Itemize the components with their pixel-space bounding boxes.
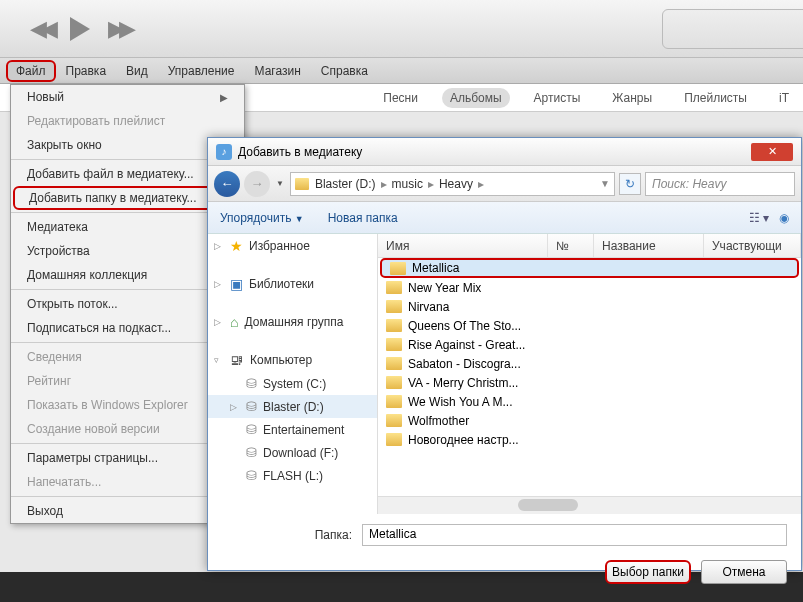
crumb-2[interactable]: music: [392, 177, 423, 191]
tab-songs[interactable]: Песни: [375, 88, 426, 108]
nav-pane: ▷★Избранное ▷▣Библиотеки ▷⌂Домашняя груп…: [208, 234, 378, 514]
nav-homegroup[interactable]: ▷⌂Домашняя группа: [208, 310, 377, 334]
tab-albums[interactable]: Альбомы: [442, 88, 510, 108]
nav-drive-l[interactable]: ⛁FLASH (L:): [208, 464, 377, 487]
folder-name-row: Папка: Metallica: [222, 524, 787, 546]
list-item[interactable]: We Wish You A M...: [378, 392, 801, 411]
tab-playlists[interactable]: Плейлисты: [676, 88, 755, 108]
organize-dropdown[interactable]: Упорядочить ▼: [220, 211, 304, 225]
folder-icon: [386, 376, 402, 389]
forward-button[interactable]: →: [244, 171, 270, 197]
dialog-footer: Папка: Metallica Выбор папки Отмена: [208, 514, 801, 594]
play-icon[interactable]: [70, 17, 90, 41]
playback-controls: ◀◀ ▶▶: [30, 16, 130, 42]
nav-drive-d[interactable]: ▷⛁Blaster (D:): [208, 395, 377, 418]
prev-icon[interactable]: ◀◀: [30, 16, 52, 42]
scroll-thumb[interactable]: [518, 499, 578, 511]
file-dialog: ♪ Добавить в медиатеку ✕ ← → ▼ Blaster (…: [207, 137, 802, 571]
dialog-toolbar: Упорядочить ▼ Новая папка ☷ ▾ ◉: [208, 202, 801, 234]
search-input[interactable]: Поиск: Heavy: [645, 172, 795, 196]
nav-libraries[interactable]: ▷▣Библиотеки: [208, 272, 377, 296]
menu-manage[interactable]: Управление: [158, 60, 245, 82]
col-part[interactable]: Участвующи: [704, 234, 801, 257]
menu-edit[interactable]: Правка: [56, 60, 117, 82]
col-title[interactable]: Название: [594, 234, 704, 257]
drive-icon: ⛁: [246, 422, 257, 437]
tab-itunes[interactable]: iT: [771, 88, 797, 108]
list-item[interactable]: New Year Mix: [378, 278, 801, 297]
drive-icon: ⛁: [246, 445, 257, 460]
menu-help[interactable]: Справка: [311, 60, 378, 82]
tab-artists[interactable]: Артисты: [526, 88, 589, 108]
chevron-down-icon[interactable]: ▼: [600, 178, 610, 189]
view-mode-button[interactable]: ☷ ▾: [749, 211, 769, 225]
list-item[interactable]: Nirvana: [378, 297, 801, 316]
new-folder-button[interactable]: Новая папка: [328, 211, 398, 225]
folder-icon: [386, 300, 402, 313]
horizontal-scrollbar[interactable]: [378, 496, 801, 514]
dialog-buttons: Выбор папки Отмена: [222, 560, 787, 584]
list-item[interactable]: Sabaton - Discogra...: [378, 354, 801, 373]
help-icon[interactable]: ◉: [779, 211, 789, 225]
star-icon: ★: [230, 238, 243, 254]
folder-icon: [295, 178, 309, 190]
folder-icon: [386, 395, 402, 408]
lcd-display: [662, 9, 804, 49]
tab-genres[interactable]: Жанры: [604, 88, 660, 108]
drive-icon: ⛁: [246, 468, 257, 483]
list-rows: Metallica New Year Mix Nirvana Queens Of…: [378, 258, 801, 496]
library-icon: ▣: [230, 276, 243, 292]
drive-icon: ⛁: [246, 376, 257, 391]
menu-store[interactable]: Магазин: [245, 60, 311, 82]
menu-edit-playlist: Редактировать плейлист: [11, 109, 244, 133]
col-num[interactable]: №: [548, 234, 594, 257]
folder-icon: [390, 262, 406, 275]
next-icon[interactable]: ▶▶: [108, 16, 130, 42]
list-header: Имя № Название Участвующи: [378, 234, 801, 258]
list-item[interactable]: Новогоднее настр...: [378, 430, 801, 449]
list-item[interactable]: VA - Merry Christm...: [378, 373, 801, 392]
folder-icon: [386, 281, 402, 294]
nav-drive-ent[interactable]: ⛁Entertainement: [208, 418, 377, 441]
breadcrumb[interactable]: Blaster (D:)▸ music▸ Heavy▸ ▼: [290, 172, 615, 196]
homegroup-icon: ⌂: [230, 314, 238, 330]
crumb-3[interactable]: Heavy: [439, 177, 473, 191]
dialog-body: ▷★Избранное ▷▣Библиотеки ▷⌂Домашняя груп…: [208, 234, 801, 514]
crumb-1[interactable]: Blaster (D:): [315, 177, 376, 191]
choose-folder-button[interactable]: Выбор папки: [605, 560, 691, 584]
folder-icon: [386, 357, 402, 370]
dialog-title-text: Добавить в медиатеку: [238, 145, 362, 159]
nav-drive-f[interactable]: ⛁Download (F:): [208, 441, 377, 464]
chevron-right-icon: ▶: [220, 92, 228, 103]
list-item[interactable]: Queens Of The Sto...: [378, 316, 801, 335]
menu-view[interactable]: Вид: [116, 60, 158, 82]
folder-label: Папка:: [222, 528, 352, 542]
list-item[interactable]: Metallica: [380, 258, 799, 278]
nav-history-dropdown[interactable]: ▼: [274, 179, 286, 188]
app-icon: ♪: [216, 144, 232, 160]
player-bar: ◀◀ ▶▶: [0, 0, 803, 58]
cancel-button[interactable]: Отмена: [701, 560, 787, 584]
nav-computer[interactable]: ▿🖳Компьютер: [208, 348, 377, 372]
folder-name-input[interactable]: Metallica: [362, 524, 787, 546]
close-button[interactable]: ✕: [751, 143, 793, 161]
nav-drive-c[interactable]: ⛁System (C:): [208, 372, 377, 395]
list-item[interactable]: Wolfmother: [378, 411, 801, 430]
menu-file[interactable]: Файл: [6, 60, 56, 82]
folder-icon: [386, 338, 402, 351]
col-name[interactable]: Имя: [378, 234, 548, 257]
toolbar-view-icons: ☷ ▾ ◉: [749, 211, 789, 225]
folder-icon: [386, 319, 402, 332]
list-item[interactable]: Rise Against - Great...: [378, 335, 801, 354]
refresh-button[interactable]: ↻: [619, 173, 641, 195]
menu-bar: Файл Правка Вид Управление Магазин Справ…: [0, 58, 803, 84]
folder-icon: [386, 433, 402, 446]
menu-new[interactable]: Новый▶: [11, 85, 244, 109]
back-button[interactable]: ←: [214, 171, 240, 197]
nav-favorites[interactable]: ▷★Избранное: [208, 234, 377, 258]
file-list: Имя № Название Участвующи Metallica New …: [378, 234, 801, 514]
dialog-titlebar: ♪ Добавить в медиатеку ✕: [208, 138, 801, 166]
folder-icon: [386, 414, 402, 427]
drive-icon: ⛁: [246, 399, 257, 414]
dialog-nav-bar: ← → ▼ Blaster (D:)▸ music▸ Heavy▸ ▼ ↻ По…: [208, 166, 801, 202]
